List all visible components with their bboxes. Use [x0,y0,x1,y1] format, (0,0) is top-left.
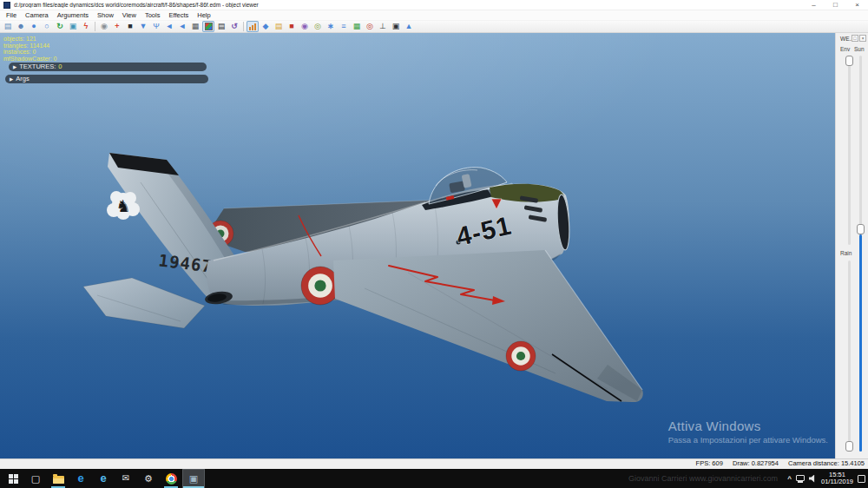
settings-button-icon: ⚙ [144,469,153,488]
taskbar-clock[interactable]: 15:51 01/11/2019 [821,472,853,485]
list-button[interactable]: ≡ [338,21,350,32]
textures-folder-button[interactable]: ▤ [273,21,285,32]
sun-slider[interactable] [859,56,862,452]
rain-label: Rain [840,250,852,256]
toolbar: ▤☻●○↻▣ϟ◉+■▼Ψ◄◄▦▤↺◆▤■◉◎∗≡▦◎⊥▣▲ [0,20,868,33]
tray-expand-icon[interactable]: ^ [787,475,792,483]
tail-stabilizer [83,278,205,328]
menu-camera[interactable]: Camera [21,11,53,19]
particles-button[interactable]: ∗ [325,21,337,32]
scale-figure-button[interactable]: ⊥ [377,21,389,32]
rgb-channels-button[interactable] [202,21,214,32]
fuselage-roundel [301,267,339,305]
expand-arrow-icon: ▶ [10,76,13,82]
fps-value: FPS: 609 [696,459,723,467]
menu-help[interactable]: Help [193,11,214,19]
action-center-icon[interactable] [858,475,865,483]
axes-button[interactable]: + [111,21,123,32]
sun-label: Sun [854,46,865,52]
geosphere-button[interactable]: ◉ [299,21,311,32]
background-button[interactable]: ■ [124,21,136,32]
sun-slider-thumb[interactable] [857,224,865,234]
debug-instances: instances: 0 [3,49,56,56]
textures-count: 0 [58,63,62,70]
bounds-circle-button[interactable]: ◎ [364,21,376,32]
pilot-view-button[interactable]: ☻ [15,21,27,32]
menu-effects[interactable]: Effects [164,11,193,19]
textures-label: TEXTURES: [19,63,56,70]
toolbar-separator [95,22,95,31]
arrow-left-alt-button[interactable]: ◄ [176,21,188,32]
window-title: d:/program files/eagle dynamics/dcs worl… [14,2,803,8]
sphere-view-button[interactable]: ● [28,21,40,32]
chrome-button[interactable] [160,469,182,488]
edge-button[interactable]: e [69,469,92,488]
bounding-box-button[interactable]: ■ [286,21,298,32]
maximize-button[interactable]: □ [825,0,846,10]
app-icon[interactable] [3,2,10,9]
debug-overlay: objects: 121 triangles: 114144 instances… [3,36,56,62]
debug-objects: objects: 121 [3,36,56,43]
internet-explorer-button[interactable]: e [92,469,115,488]
stripes-button[interactable]: ▤ [215,21,227,32]
svg-text:♞: ♞ [115,196,130,215]
animation-button[interactable]: ϟ [80,21,92,32]
menu-tools[interactable]: Tools [141,11,165,19]
screen: d:/program files/eagle dynamics/dcs worl… [0,0,868,488]
mail-button[interactable]: ✉ [115,469,137,488]
open-model-button[interactable]: ▤ [2,21,14,32]
task-view-button-icon: ▢ [31,469,40,488]
horse-emblem: ♞ [107,191,140,220]
taskbar-watermark: Giovanni Carrieri www.giovannicarrieri.c… [628,474,778,483]
menu-view[interactable]: View [118,11,141,19]
rain-slider[interactable] [848,260,851,452]
speaker-icon[interactable] [809,475,817,483]
weather-undock-button[interactable]: □ [852,35,858,42]
menu-show[interactable]: Show [93,11,118,19]
wireframe-sphere-button[interactable]: ○ [41,21,53,32]
rain-slider-thumb[interactable] [845,441,853,452]
activation-subtitle: Passa a Impostazioni per attivare Window… [668,435,828,445]
textures-panel[interactable]: ▶TEXTURES:0 [9,63,207,71]
start-button[interactable] [2,469,24,488]
emitter-button[interactable]: Ψ [150,21,162,32]
menu-arguments[interactable]: Arguments [53,11,93,19]
lod-button[interactable]: ◆ [260,21,272,32]
main-area: ♞ 19467 [0,33,868,458]
camera-button[interactable]: ◉ [98,21,110,32]
start-button-icon [9,474,18,484]
args-panel[interactable]: ▶Args [5,75,208,83]
arrow-left-button[interactable]: ◄ [163,21,175,32]
env-slider-thumb[interactable] [845,56,853,66]
brush-button[interactable]: ▲ [403,21,415,32]
object-viewer-button[interactable]: ▣ [182,469,205,488]
toolbar-separator [243,22,244,31]
shaded-sphere-button[interactable]: ◎ [312,21,324,32]
refresh-button[interactable]: ↻ [54,21,66,32]
weather-close-button[interactable]: × [859,35,866,42]
menu-file[interactable]: File [2,11,21,19]
image-button[interactable]: ▣ [390,21,402,32]
filter-button[interactable]: ▼ [137,21,149,32]
rotate-button[interactable]: ↺ [228,21,240,32]
statistics-button[interactable] [247,21,259,32]
chrome-button-icon [166,473,177,485]
menu-bar: File Camera Arguments Show View Tools Ef… [0,10,868,20]
task-view-button[interactable]: ▢ [24,469,47,488]
env-slider[interactable] [848,56,851,245]
file-explorer-button-icon [53,476,64,484]
expand-arrow-icon: ▶ [13,64,16,69]
network-icon[interactable] [796,475,805,481]
settings-button[interactable]: ⚙ [137,469,160,488]
grid-button[interactable]: ▦ [351,21,363,32]
activation-title: Attiva Windows [668,419,828,433]
viewport-3d[interactable]: ♞ 19467 [0,33,835,458]
texture-view-button[interactable]: ▣ [67,21,79,32]
edge-button-icon: e [77,469,83,488]
file-explorer-button[interactable] [47,469,69,488]
snapshot-button[interactable]: ▦ [189,21,201,32]
env-label: Env [840,46,850,52]
minimize-button[interactable]: – [803,0,825,10]
weather-panel: WE... □ × Env Sun Rain [835,33,868,458]
close-button[interactable]: × [846,0,868,10]
